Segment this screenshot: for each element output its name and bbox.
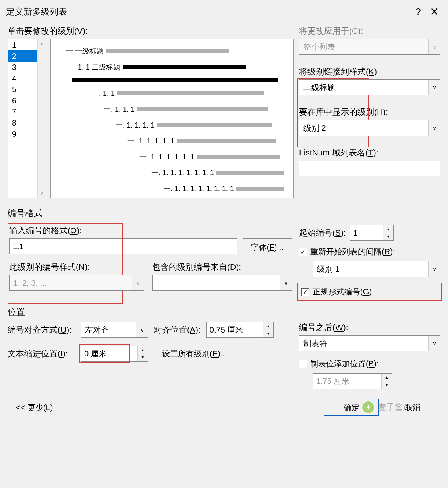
chevron-down-icon[interactable]: ∨ <box>428 120 440 136</box>
chevron-down-icon[interactable]: ∨ <box>428 39 440 54</box>
tab-stop-spinner[interactable]: ▲▼ <box>313 373 392 389</box>
chevron-down-icon[interactable]: ∨ <box>136 322 148 337</box>
spin-up-icon[interactable]: ▲ <box>138 346 148 354</box>
start-at-label: 起始编号(S): <box>299 227 346 238</box>
include-from-label: 包含的级别编号来自(D): <box>152 261 292 273</box>
number-format-section-label: 编号格式 <box>8 207 440 219</box>
less-options-button[interactable]: << 更少(L) <box>8 399 61 416</box>
level-item[interactable]: 3 <box>8 62 37 73</box>
level-item[interactable]: 5 <box>8 84 37 95</box>
number-style-label: 此级别的编号样式(N): <box>9 261 144 273</box>
chevron-down-icon[interactable]: ∨ <box>280 275 292 290</box>
spin-down-icon[interactable]: ▼ <box>263 330 273 338</box>
align-label: 编号对齐方式(U): <box>8 324 75 335</box>
scroll-up-icon[interactable]: ∧ <box>40 41 44 46</box>
apply-to-label: 将更改应用于(C): <box>299 25 440 37</box>
level-item[interactable]: 7 <box>8 106 37 117</box>
follow-label: 编号之后(W): <box>299 322 440 333</box>
legal-numbering-checkbox[interactable]: ✓ 正规形式编号(G) <box>301 287 438 297</box>
text-indent-spinner[interactable]: ▲▼ <box>81 346 148 362</box>
position-section-label: 位置 <box>8 306 440 318</box>
level-item[interactable]: 2 <box>8 50 37 62</box>
chevron-down-icon[interactable]: ∨ <box>428 336 440 351</box>
text-indent-label: 文本缩进位置(I): <box>8 348 75 359</box>
follow-dropdown[interactable]: 制表符 ∨ <box>299 335 440 351</box>
number-style-dropdown[interactable]: 1, 2, 3, ... ∨ <box>9 275 144 291</box>
set-all-levels-button[interactable]: 设置所有级别(E)... <box>154 345 235 362</box>
tab-stop-checkbox[interactable]: 制表位添加位置(B): <box>299 358 440 369</box>
link-style-dropdown[interactable]: 二级标题 ∨ <box>299 79 440 95</box>
level-scrollbar[interactable]: ∧ ∨ <box>37 39 46 198</box>
enter-format-label: 输入编号的格式(O): <box>9 225 292 236</box>
gallery-level-dropdown[interactable]: 级别 2 ∨ <box>299 120 440 136</box>
level-item[interactable]: 8 <box>8 117 37 128</box>
scroll-down-icon[interactable]: ∨ <box>40 190 44 196</box>
link-style-label: 将级别链接到样式(K): <box>299 66 440 77</box>
listnum-input[interactable] <box>299 161 440 176</box>
listnum-label: ListNum 域列表名(T): <box>299 147 440 158</box>
ok-button[interactable]: 确定 <box>324 399 379 416</box>
spin-down-icon[interactable]: ▼ <box>138 354 148 362</box>
close-button[interactable]: ✕ <box>426 5 442 18</box>
chevron-down-icon[interactable]: ∨ <box>428 261 440 277</box>
font-button[interactable]: 字体(F)... <box>243 238 292 256</box>
restart-checkbox[interactable]: ✓ 重新开始列表的间隔(R): <box>299 246 440 257</box>
help-button[interactable]: ? <box>410 6 426 17</box>
level-item[interactable]: 1 <box>8 39 37 50</box>
restart-level-dropdown[interactable]: 级别 1 ∨ <box>313 261 440 277</box>
spin-up-icon[interactable]: ▲ <box>383 225 393 233</box>
align-dropdown[interactable]: 左对齐 ∨ <box>81 322 148 338</box>
click-level-label: 单击要修改的级别(V): <box>8 25 294 37</box>
titlebar: 定义新多级列表 ? ✕ <box>2 2 446 21</box>
spin-up-icon[interactable]: ▲ <box>263 322 273 330</box>
cancel-button[interactable]: ✦ 麦子酱ovo 取消 <box>385 399 440 416</box>
spin-up-icon[interactable]: ▲ <box>382 374 392 381</box>
preview-pane: 一 一级标题1. 1 二级标题一. 1. 1一. 1. 1. 1一. 1. 1.… <box>50 39 294 198</box>
chevron-down-icon[interactable]: ∨ <box>428 80 440 95</box>
number-format-input[interactable] <box>9 238 237 254</box>
level-item[interactable]: 4 <box>8 73 37 84</box>
include-from-dropdown[interactable]: ∨ <box>152 275 292 291</box>
start-at-spinner[interactable]: ▲▼ <box>350 225 394 241</box>
apply-to-dropdown[interactable]: 整个列表 ∨ <box>299 39 440 55</box>
spin-down-icon[interactable]: ▼ <box>382 381 392 389</box>
align-at-label: 对齐位置(A): <box>154 324 201 335</box>
dialog-window: 定义新多级列表 ? ✕ 单击要修改的级别(V): 123456789 ∧ ∨ <box>2 2 446 422</box>
dialog-title: 定义新多级列表 <box>6 6 410 18</box>
level-item[interactable]: 6 <box>8 95 37 106</box>
spin-down-icon[interactable]: ▼ <box>383 233 393 241</box>
gallery-level-label: 要在库中显示的级别(H): <box>299 107 440 118</box>
align-at-spinner[interactable]: ▲▼ <box>206 322 274 338</box>
level-listbox[interactable]: 123456789 ∧ ∨ <box>8 39 46 198</box>
chevron-down-icon[interactable]: ∨ <box>132 275 144 290</box>
level-item[interactable]: 9 <box>8 128 37 139</box>
